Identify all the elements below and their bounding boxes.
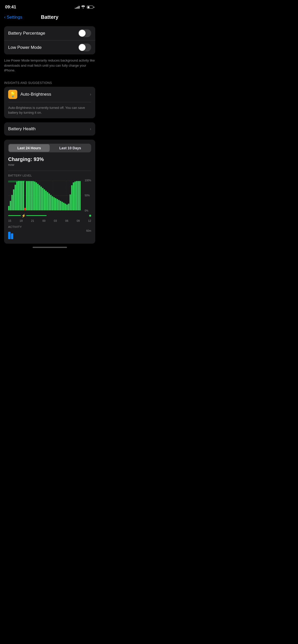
auto-brightness-label: Auto-Brightness: [20, 92, 87, 97]
svg-rect-20: [26, 181, 27, 210]
svg-rect-49: [73, 182, 74, 210]
svg-rect-41: [60, 201, 61, 210]
x-label-03: 03: [54, 219, 57, 222]
svg-rect-23: [31, 181, 32, 210]
last-10-days-tab[interactable]: Last 10 Days: [50, 144, 91, 152]
activity-y-label: 60m: [86, 229, 91, 232]
battery-percentage-row: Battery Percentage: [4, 26, 95, 40]
svg-rect-16: [19, 181, 21, 210]
back-button[interactable]: ‹ Settings: [4, 14, 22, 20]
svg-rect-19: [24, 208, 25, 210]
back-label[interactable]: Settings: [7, 15, 22, 20]
y-label-0: 0%: [85, 209, 91, 212]
svg-rect-48: [71, 185, 72, 210]
battery-health-card: Battery Health ›: [4, 122, 95, 136]
svg-rect-9: [8, 206, 9, 210]
x-axis-labels: 15 18 21 00 03 06 09 12: [8, 218, 91, 222]
page-title: Battery: [41, 14, 59, 20]
svg-rect-45: [66, 204, 67, 210]
svg-rect-35: [50, 195, 51, 210]
activity-chart: [8, 229, 82, 240]
auto-brightness-row[interactable]: 💡 Auto-Brightness ›: [4, 87, 95, 102]
svg-rect-27: [37, 184, 38, 210]
svg-rect-10: [10, 201, 11, 210]
toggle-knob: [79, 30, 86, 37]
svg-rect-44: [65, 203, 66, 210]
svg-rect-25: [34, 181, 35, 210]
y-label-50: 50%: [85, 194, 91, 197]
insights-card: 💡 Auto-Brightness › Auto-Brightness is c…: [4, 87, 95, 118]
divider-2: [8, 171, 91, 171]
svg-rect-42: [61, 202, 63, 210]
svg-rect-51: [76, 181, 77, 210]
svg-point-0: [83, 8, 84, 8]
svg-rect-30: [42, 188, 43, 210]
last-24-hours-tab[interactable]: Last 24 Hours: [9, 144, 50, 152]
svg-rect-47: [70, 194, 71, 210]
svg-rect-14: [16, 181, 18, 210]
svg-rect-17: [21, 181, 22, 210]
battery-percentage-toggle[interactable]: [78, 29, 91, 37]
low-power-mode-toggle[interactable]: [78, 43, 91, 51]
svg-rect-26: [36, 182, 37, 210]
y-axis-labels: 100% 50% 0%: [85, 179, 91, 212]
nav-bar: ‹ Settings Battery: [0, 13, 99, 24]
svg-rect-40: [58, 200, 60, 210]
x-label-06: 06: [65, 219, 68, 222]
battery-percentage-label: Battery Percentage: [8, 31, 45, 36]
svg-rect-18: [23, 181, 24, 210]
svg-rect-36: [52, 196, 53, 210]
x-label-12: 12: [88, 219, 91, 222]
battery-level-chart: [8, 179, 82, 212]
x-label-21: 21: [31, 219, 34, 222]
svg-rect-24: [32, 181, 34, 210]
svg-rect-54: [8, 232, 10, 239]
battery-health-label: Battery Health: [8, 126, 36, 131]
svg-rect-39: [57, 199, 58, 210]
low-power-mode-row: Low Power Mode: [4, 40, 95, 54]
svg-rect-13: [15, 185, 16, 210]
chart-card: Last 24 Hours Last 10 Days Charging: 93%…: [4, 140, 95, 244]
status-icons: [75, 5, 94, 9]
activity-label: ACTIVITY: [8, 225, 91, 228]
svg-rect-15: [18, 181, 19, 210]
home-indicator: [33, 247, 67, 248]
battery-health-row[interactable]: Battery Health ›: [4, 122, 95, 136]
x-label-18: 18: [20, 219, 23, 222]
svg-rect-46: [68, 203, 69, 210]
toggle-knob-2: [79, 44, 86, 51]
signal-icon: [75, 6, 79, 9]
battery-chart-container: 100% 50% 0% ⚡ 15 18 21 00 03 06: [8, 179, 91, 240]
low-power-mode-label: Low Power Mode: [8, 45, 42, 50]
insights-header: INSIGHTS AND SUGGESTIONS: [0, 77, 99, 87]
svg-rect-50: [74, 181, 76, 210]
x-label-15: 15: [8, 219, 11, 222]
chevron-right-icon: ›: [90, 92, 91, 97]
x-label-00: 00: [42, 219, 45, 222]
svg-rect-28: [39, 185, 40, 210]
bolt-icon: ⚡: [21, 214, 26, 218]
low-power-description: Low Power Mode temporarily reduces backg…: [0, 56, 99, 77]
battery-icon: [87, 6, 94, 9]
wifi-icon: [81, 5, 85, 9]
svg-rect-31: [44, 189, 45, 210]
svg-rect-37: [53, 197, 55, 210]
content: Battery Percentage Low Power Mode Low Po…: [0, 24, 99, 252]
svg-rect-29: [40, 186, 42, 210]
settings-card: Battery Percentage Low Power Mode: [4, 26, 95, 54]
time-range-control[interactable]: Last 24 Hours Last 10 Days: [8, 144, 91, 152]
svg-rect-33: [47, 192, 48, 210]
svg-rect-12: [13, 189, 14, 210]
y-label-100: 100%: [85, 179, 91, 182]
svg-rect-34: [49, 193, 50, 210]
charging-indicator: ⚡: [8, 212, 91, 218]
svg-rect-11: [11, 195, 13, 210]
svg-rect-43: [63, 203, 64, 210]
chevron-right-icon-2: ›: [90, 127, 91, 131]
x-label-09: 09: [77, 219, 80, 222]
svg-rect-53: [79, 181, 80, 210]
status-bar: 09:41: [0, 0, 99, 13]
svg-rect-38: [55, 198, 56, 210]
svg-rect-21: [28, 181, 29, 210]
chevron-left-icon: ‹: [4, 14, 6, 20]
